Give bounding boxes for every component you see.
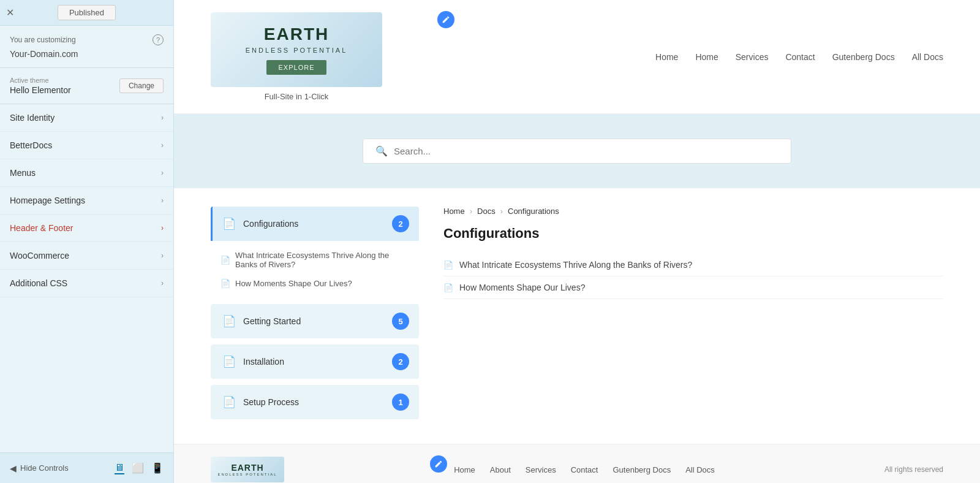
preview-area: EARTH ENDLESS POTENTIAL EXPLORE Full-Sit… xyxy=(174,0,980,483)
footer-logo-subtitle: ENDLESS POTENTIAL xyxy=(217,473,278,476)
footer-nav-home[interactable]: Home xyxy=(454,465,475,474)
customizing-text: You are customizing xyxy=(10,36,76,44)
search-icon: 🔍 xyxy=(375,145,388,157)
doc-category-configurations: 📄 Configurations 2 📄 What Intricate Ecos… xyxy=(211,207,419,298)
folder-icon: 📄 xyxy=(222,395,236,409)
doc-category-header-installation[interactable]: 📄 Installation 2 xyxy=(211,344,419,379)
menu-item-betterdocs[interactable]: BetterDocs › xyxy=(0,132,173,159)
breadcrumb-configurations[interactable]: Configurations xyxy=(508,207,559,216)
customizing-row: You are customizing ? xyxy=(0,26,173,48)
footer-nav-gutenberg-docs[interactable]: Gutenberg Docs xyxy=(612,465,671,474)
doc-sub-item-label: How Moments Shape Our Lives? xyxy=(235,279,352,288)
help-icon[interactable]: ? xyxy=(153,34,164,45)
doc-count-badge: 2 xyxy=(392,215,409,232)
menu-item-label: BetterDocs xyxy=(10,140,52,150)
menu-item-woocommerce[interactable]: WooCommerce › xyxy=(0,242,173,270)
footer-navigation: Home About Services Contact Gutenberg Do… xyxy=(454,465,715,474)
left-arrow-icon: ◀ xyxy=(10,463,17,473)
doc-category-getting-started: 📄 Getting Started 5 xyxy=(211,304,419,338)
nav-item-contact[interactable]: Contact xyxy=(785,52,815,62)
menu-item-label: WooCommerce xyxy=(10,251,69,261)
mobile-icon[interactable]: 📱 xyxy=(151,462,164,474)
desktop-icon[interactable]: 🖥 xyxy=(115,462,124,474)
doc-category-header-setup-process[interactable]: 📄 Setup Process 1 xyxy=(211,385,419,419)
hero-title: EARTH xyxy=(223,25,370,44)
menu-item-label: Menus xyxy=(10,168,36,178)
chevron-right-icon: › xyxy=(161,251,164,260)
tablet-icon[interactable]: ⬜ xyxy=(132,462,144,474)
edit-header-button[interactable] xyxy=(437,11,454,28)
search-section: 🔍 xyxy=(174,114,980,188)
hide-controls-label: Hide Controls xyxy=(20,463,69,473)
doc-category-name: Installation xyxy=(243,357,284,367)
bottom-bar: ◀ Hide Controls 🖥 ⬜ 📱 xyxy=(0,452,173,483)
footer-logo: EARTH ENDLESS POTENTIAL xyxy=(211,457,284,482)
chevron-right-icon: › xyxy=(161,279,164,287)
footer-nav-all-docs[interactable]: All Docs xyxy=(685,465,715,474)
top-bar: ✕ Published xyxy=(0,0,173,26)
footer-nav-contact[interactable]: Contact xyxy=(571,465,598,474)
theme-row: Active theme Hello Elementor Change xyxy=(0,68,173,104)
menu-item-site-identity[interactable]: Site Identity › xyxy=(0,104,173,132)
breadcrumb-sep: › xyxy=(470,207,472,216)
breadcrumb-sep: › xyxy=(500,207,503,216)
nav-item-about[interactable]: Home xyxy=(695,52,718,62)
theme-name: Hello Elementor xyxy=(10,85,71,95)
change-theme-button[interactable]: Change xyxy=(119,78,164,93)
doc-category-left: 📄 Getting Started xyxy=(222,314,301,328)
hero-banner: EARTH ENDLESS POTENTIAL EXPLORE xyxy=(211,12,382,87)
customizer-menu: Site Identity › BetterDocs › Menus › Hom… xyxy=(0,104,173,452)
doc-file-icon: 📄 xyxy=(443,283,453,292)
doc-count-badge: 1 xyxy=(392,394,409,411)
footer-nav-about[interactable]: About xyxy=(490,465,511,474)
doc-count-badge: 5 xyxy=(392,313,409,330)
edit-footer-button[interactable] xyxy=(430,455,447,473)
doc-category-name: Getting Started xyxy=(243,316,301,326)
hero-explore-button[interactable]: EXPLORE xyxy=(266,60,327,75)
footer-copyright: All rights reserved xyxy=(884,465,943,474)
search-input[interactable] xyxy=(394,146,778,156)
full-site-label: Full-Site in 1-Click xyxy=(211,92,382,101)
menu-item-menus[interactable]: Menus › xyxy=(0,159,173,187)
doc-sub-item-label: What Intricate Ecosystems Thrive Along t… xyxy=(235,251,407,269)
menu-item-header-footer[interactable]: Header & Footer › xyxy=(0,215,173,242)
hide-controls-button[interactable]: ◀ Hide Controls xyxy=(10,463,69,473)
active-theme-label: Active theme xyxy=(10,77,71,84)
content-item-label: How Moments Shape Our Lives? xyxy=(459,283,585,292)
doc-sub-item[interactable]: 📄 What Intricate Ecosystems Thrive Along… xyxy=(211,246,419,274)
doc-file-icon: 📄 xyxy=(443,261,453,270)
doc-sub-items: 📄 What Intricate Ecosystems Thrive Along… xyxy=(211,241,419,298)
site-header-preview: EARTH ENDLESS POTENTIAL EXPLORE Full-Sit… xyxy=(174,0,980,114)
menu-item-label: Homepage Settings xyxy=(10,196,85,205)
breadcrumb-docs[interactable]: Docs xyxy=(477,207,496,216)
published-button[interactable]: Published xyxy=(58,5,116,20)
content-title: Configurations xyxy=(443,226,943,242)
doc-category-left: 📄 Installation xyxy=(222,355,284,368)
nav-item-all-docs[interactable]: All Docs xyxy=(912,52,943,62)
nav-item-home[interactable]: Home xyxy=(655,52,678,62)
close-button[interactable]: ✕ xyxy=(6,8,14,18)
doc-file-icon: 📄 xyxy=(221,256,230,265)
breadcrumb-home[interactable]: Home xyxy=(443,207,465,216)
content-item[interactable]: 📄 What Intricate Ecosystems Thrive Along… xyxy=(443,254,943,276)
chevron-right-icon: › xyxy=(161,224,164,232)
menu-item-homepage-settings[interactable]: Homepage Settings › xyxy=(0,187,173,215)
nav-item-services[interactable]: Services xyxy=(736,52,769,62)
doc-category-header-getting-started[interactable]: 📄 Getting Started 5 xyxy=(211,304,419,338)
content-item[interactable]: 📄 How Moments Shape Our Lives? xyxy=(443,276,943,299)
menu-item-label: Header & Footer xyxy=(10,223,74,233)
doc-category-header-configurations[interactable]: 📄 Configurations 2 xyxy=(211,207,419,241)
content-item-label: What Intricate Ecosystems Thrive Along t… xyxy=(459,260,692,270)
nav-item-gutenberg-docs[interactable]: Gutenberg Docs xyxy=(832,52,895,62)
doc-category-setup-process: 📄 Setup Process 1 xyxy=(211,385,419,419)
doc-category-installation: 📄 Installation 2 xyxy=(211,344,419,379)
customizer-panel: ✕ Published You are customizing ? Your-D… xyxy=(0,0,174,483)
chevron-right-icon: › xyxy=(161,169,164,177)
device-icons: 🖥 ⬜ 📱 xyxy=(115,462,164,474)
footer-nav-services[interactable]: Services xyxy=(526,465,556,474)
search-bar: 🔍 xyxy=(363,139,791,164)
doc-sub-item[interactable]: 📄 How Moments Shape Our Lives? xyxy=(211,274,419,293)
folder-icon: 📄 xyxy=(222,314,236,328)
doc-file-icon: 📄 xyxy=(221,279,230,288)
menu-item-additional-css[interactable]: Additional CSS › xyxy=(0,270,173,297)
